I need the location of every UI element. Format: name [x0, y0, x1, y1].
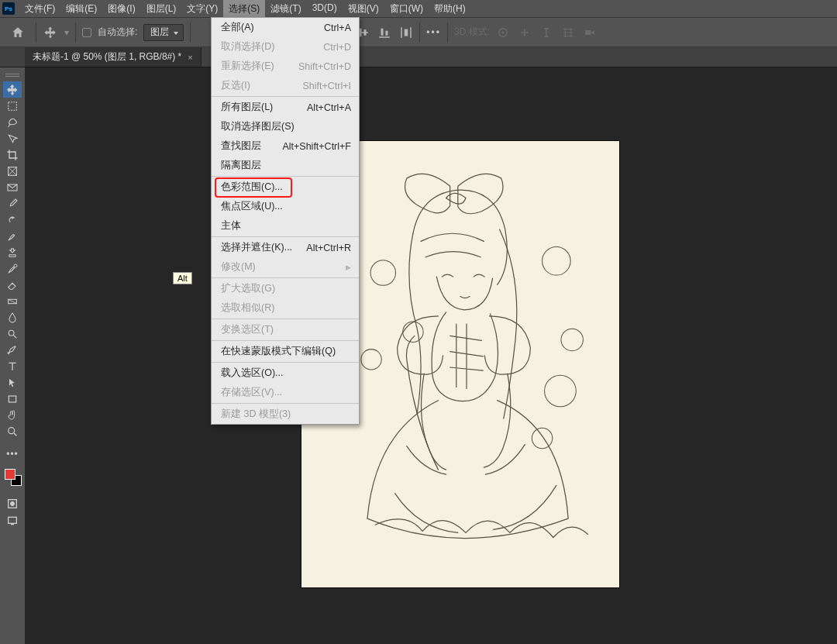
menubar-item[interactable]: 编辑(E)	[60, 0, 102, 18]
tool-quick-select[interactable]	[3, 130, 22, 146]
svg-point-17	[532, 428, 552, 448]
svg-point-18	[361, 350, 381, 370]
menu-item-label: 所有图层(L)	[221, 101, 273, 114]
tool-crop[interactable]	[3, 146, 22, 163]
menu-item[interactable]: 隔离图层	[212, 156, 359, 175]
menu-item[interactable]: 主体	[212, 216, 359, 236]
distribute-icon[interactable]	[399, 26, 413, 40]
tool-preset-icon[interactable]	[43, 25, 58, 40]
menu-separator	[212, 319, 359, 319]
tool-blur[interactable]	[3, 309, 22, 325]
menu-item-label: 选择并遮住(K)...	[221, 241, 292, 254]
mesh-icon[interactable]	[561, 26, 575, 40]
edit-toolbar-icon[interactable]: •••	[3, 446, 22, 462]
menu-item: 修改(M)	[212, 257, 359, 277]
svg-rect-2	[9, 102, 17, 110]
menu-item[interactable]: 选择并遮住(K)...Alt+Ctrl+R	[212, 238, 359, 257]
dropdown-value: 图层	[150, 26, 169, 39]
orbit-icon[interactable]	[496, 26, 510, 40]
menu-item[interactable]: 焦点区域(U)...	[212, 197, 359, 216]
menu-item[interactable]: 查找图层Alt+Shift+Ctrl+F	[212, 136, 359, 156]
menu-item-label: 焦点区域(U)...	[221, 200, 283, 213]
screen-mode-toggle[interactable]	[3, 512, 22, 529]
menubar-item[interactable]: 帮助(H)	[429, 0, 471, 18]
close-tab-icon[interactable]: ×	[188, 53, 192, 62]
menubar-item[interactable]: 文字(Y)	[181, 0, 223, 18]
tool-eraser[interactable]	[3, 277, 22, 293]
tool-rectangle[interactable]	[3, 391, 22, 407]
menu-item-shortcut: Ctrl+A	[315, 22, 351, 33]
menu-item-label: 隔离图层	[221, 159, 261, 172]
tool-gradient[interactable]	[3, 293, 22, 309]
tool-eyedropper[interactable]	[3, 195, 22, 212]
menu-item[interactable]: 取消选择图层(S)	[212, 117, 359, 136]
menu-item[interactable]: 在快速蒙版模式下编辑(Q)	[212, 342, 359, 361]
menu-item: 取消选择(D)Ctrl+D	[212, 37, 359, 57]
tool-envelope[interactable]	[3, 179, 22, 195]
tool-dodge[interactable]	[3, 325, 22, 342]
menubar-item[interactable]: 图层(L)	[141, 0, 182, 18]
menu-item[interactable]: 载入选区(O)...	[212, 363, 359, 383]
auto-select-checkbox[interactable]	[82, 28, 91, 37]
canvas-area[interactable]	[25, 67, 837, 644]
app-logo-icon: Ps	[2, 2, 15, 15]
tool-hand[interactable]	[3, 407, 22, 423]
quick-mask-toggle[interactable]	[3, 495, 22, 511]
divider	[36, 22, 36, 43]
tool-marquee[interactable]	[3, 98, 22, 114]
tool-lasso[interactable]	[3, 114, 22, 130]
dolly-icon[interactable]	[539, 26, 553, 40]
menu-item-label: 存储选区(V)...	[221, 386, 282, 399]
document-tab[interactable]: 未标题-1 @ 50% (图层 1, RGB/8#) * ×	[25, 47, 202, 67]
tool-clone[interactable]	[3, 244, 22, 260]
more-options-icon[interactable]: •••	[426, 27, 441, 38]
tool-brush[interactable]	[3, 228, 22, 244]
svg-point-5	[14, 264, 17, 267]
tool-type[interactable]	[3, 358, 22, 374]
svg-rect-8	[9, 396, 16, 402]
tool-move[interactable]	[3, 81, 22, 98]
menu-item[interactable]: 色彩范围(C)...	[212, 177, 359, 197]
home-button[interactable]	[6, 22, 29, 43]
menu-item[interactable]: 所有图层(L)Alt+Ctrl+A	[212, 98, 359, 117]
divider	[447, 22, 448, 43]
menu-separator	[212, 403, 359, 404]
menubar-item[interactable]: 图像(I)	[102, 0, 140, 18]
menubar-item[interactable]: 3D(D)	[307, 0, 343, 18]
menu-item-label: 取消选择图层(S)	[221, 120, 294, 133]
menu-item: 扩大选取(G)	[212, 279, 359, 298]
menu-item: 重新选择(E)Shift+Ctrl+D	[212, 57, 359, 76]
pan-icon[interactable]	[518, 26, 532, 40]
alt-key-tooltip: Alt	[173, 272, 192, 284]
tool-pen[interactable]	[3, 342, 22, 358]
foreground-color-swatch[interactable]	[5, 469, 16, 480]
workspace: •••	[0, 67, 837, 644]
camera-icon[interactable]	[583, 26, 597, 40]
toolbox-drag-handle[interactable]	[4, 72, 21, 78]
menubar-item[interactable]: 滤镜(T)	[265, 0, 306, 18]
divider	[190, 22, 191, 43]
menubar-item[interactable]: 窗口(W)	[384, 0, 429, 18]
menubar-item[interactable]: 选择(S)	[223, 0, 265, 18]
tool-frame[interactable]	[3, 163, 22, 179]
menu-item-label: 重新选择(E)	[221, 60, 274, 73]
svg-point-13	[370, 260, 396, 286]
menu-separator	[212, 277, 359, 278]
tool-path-select[interactable]	[3, 374, 22, 391]
svg-point-14	[542, 247, 571, 276]
select-menu: 全部(A)Ctrl+A取消选择(D)Ctrl+D重新选择(E)Shift+Ctr…	[211, 17, 360, 425]
tool-zoom[interactable]	[3, 423, 22, 439]
divider	[419, 22, 420, 43]
tool-history-brush[interactable]	[3, 260, 22, 277]
menu-item[interactable]: 全部(A)Ctrl+A	[212, 18, 359, 37]
menu-item: 反选(I)Shift+Ctrl+I	[212, 76, 359, 95]
menu-separator	[212, 362, 359, 363]
menu-item-label: 载入选区(O)...	[221, 367, 283, 380]
menubar-item[interactable]: 文件(F)	[19, 0, 60, 18]
auto-select-target-dropdown[interactable]: 图层	[143, 24, 184, 41]
tool-spot-heal[interactable]	[3, 212, 22, 228]
color-swatches[interactable]	[3, 467, 22, 486]
align-bottom-icon[interactable]	[377, 26, 391, 40]
menu-item-shortcut: Shift+Ctrl+I	[293, 81, 351, 91]
menubar-item[interactable]: 视图(V)	[343, 0, 384, 18]
